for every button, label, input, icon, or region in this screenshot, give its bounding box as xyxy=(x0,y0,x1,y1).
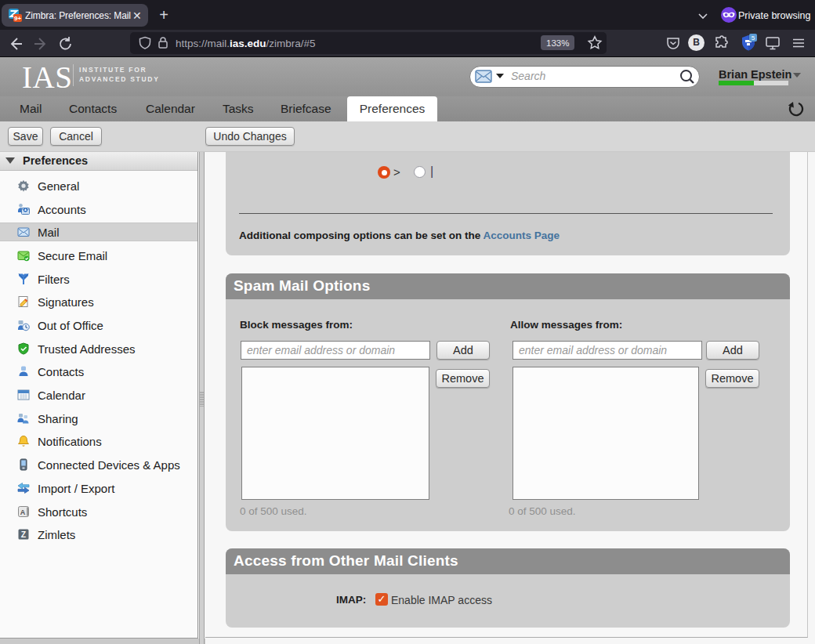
svg-text:Z: Z xyxy=(21,530,27,539)
svg-text:A: A xyxy=(20,508,26,516)
svg-text:9+: 9+ xyxy=(14,15,21,22)
svg-text:5: 5 xyxy=(752,34,755,42)
